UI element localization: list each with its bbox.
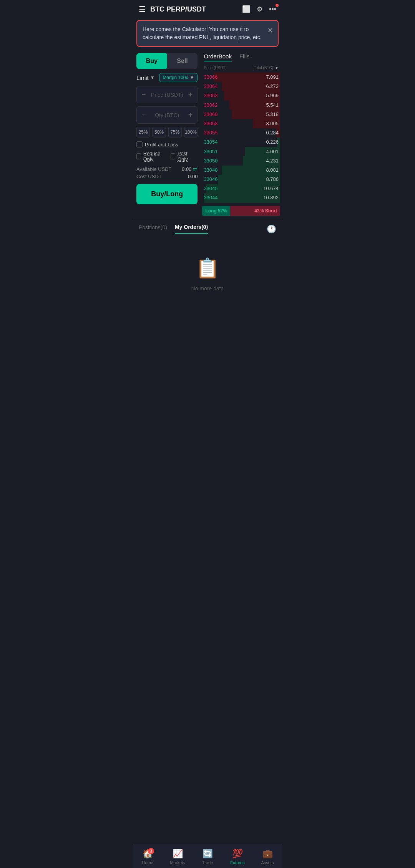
ask-price: 33066 (204, 74, 217, 81)
bid-row[interactable]: 33044 10.892 (202, 193, 280, 202)
long-percentage: Long 57% (202, 206, 230, 216)
ask-price: 33055 (204, 129, 217, 136)
post-only-group: Post Only (171, 151, 192, 162)
bid-price: 33045 (204, 185, 217, 192)
ask-price: 33058 (204, 120, 217, 127)
margin-chevron-icon: ▼ (190, 75, 194, 80)
ask-row[interactable]: 33066 7.091 (202, 73, 280, 82)
tab-fills[interactable]: Fills (239, 53, 250, 61)
bid-row[interactable]: 33051 4.001 (202, 147, 280, 156)
cost-value: 0.00 (188, 174, 198, 179)
bid-price: 33054 (204, 139, 217, 146)
bid-total: 8.081 (266, 167, 279, 174)
reduce-only-group: Reduce Only (136, 151, 163, 162)
banner-text: Here comes the Calculator! You can use i… (143, 26, 262, 40)
header: ☰ BTC PERP/USDT ⬜ ⚙ ••• (133, 0, 282, 18)
empty-text: No more data (191, 285, 224, 292)
orderbook-header: Price (USDT) Total (BTC) ▼ (202, 65, 280, 71)
order-type-label: Limit (136, 75, 149, 81)
pct-50-button[interactable]: 50% (152, 127, 166, 137)
tab-my-orders[interactable]: My Orders(0) (175, 224, 208, 234)
ask-row[interactable]: 33058 3.005 (202, 119, 280, 128)
bid-total: 4.001 (266, 148, 279, 155)
bid-total: 4.231 (266, 157, 279, 164)
bid-row[interactable]: 33050 4.231 (202, 156, 280, 166)
ask-row[interactable]: 33060 5.318 (202, 110, 280, 119)
qty-input-label[interactable]: Qty (BTC) (148, 112, 187, 118)
bid-row[interactable]: 33045 10.674 (202, 184, 280, 193)
banner-close-button[interactable]: ✕ (267, 25, 273, 36)
bid-total: 10.674 (263, 185, 279, 192)
asks-list: 33066 7.091 33064 6.272 33063 5.969 3306… (202, 73, 280, 137)
qty-decrease-button[interactable]: − (140, 111, 148, 119)
percentage-row: 25% 50% 75% 100% (136, 127, 198, 137)
menu-icon[interactable]: ☰ (139, 5, 146, 14)
buy-long-button[interactable]: Buy/Long (136, 184, 198, 204)
post-only-checkbox[interactable] (171, 153, 175, 159)
options-row: Reduce Only Post Only (136, 151, 198, 162)
reduce-only-label[interactable]: Reduce Only (143, 151, 163, 162)
ask-row[interactable]: 33062 5.541 (202, 101, 280, 110)
margin-label: Margin 100x (163, 75, 188, 80)
bids-list: 33054 0.226 33051 4.001 33050 4.231 3304… (202, 137, 280, 202)
empty-document-icon: 📋 (196, 257, 219, 279)
ask-row[interactable]: 33063 5.969 (202, 91, 280, 100)
ask-price: 33062 (204, 102, 217, 109)
tab-orderbook[interactable]: OrderBook (204, 53, 232, 61)
profit-loss-row: Profit and Loss (136, 141, 198, 147)
ask-row[interactable]: 33055 0.284 (202, 128, 280, 137)
order-type-chevron-icon: ▼ (150, 75, 155, 80)
pct-75-button[interactable]: 75% (168, 127, 182, 137)
price-input-group: − Price (USDT) + (136, 86, 198, 103)
header-actions: ⬜ ⚙ ••• (242, 5, 276, 13)
ask-total: 3.005 (266, 120, 279, 127)
price-decrease-button[interactable]: − (140, 90, 148, 99)
order-form-panel: Buy Sell Limit ▼ Margin 100x ▼ − Price (… (133, 50, 201, 219)
pct-100-button[interactable]: 100% (184, 127, 198, 137)
more-options-icon[interactable]: ••• (269, 5, 276, 13)
bid-price: 33044 (204, 194, 217, 201)
pct-25-button[interactable]: 25% (136, 127, 150, 137)
order-type-row: Limit ▼ Margin 100x ▼ (136, 73, 198, 82)
bid-price: 33046 (204, 176, 217, 183)
price-header: Price (USDT) (204, 65, 226, 70)
bid-row[interactable]: 33048 8.081 (202, 166, 280, 175)
empty-state: 📋 No more data (133, 234, 282, 315)
qty-increase-button[interactable]: + (187, 111, 194, 119)
ask-total: 7.091 (266, 74, 279, 81)
page-title: BTC PERP/USDT (150, 5, 237, 13)
bid-row[interactable]: 33054 0.226 (202, 137, 280, 147)
ask-total: 5.969 (266, 92, 279, 99)
profit-loss-label[interactable]: Profit and Loss (145, 142, 178, 147)
margin-select[interactable]: Margin 100x ▼ (159, 73, 198, 82)
calculator-banner: Here comes the Calculator! You can use i… (136, 20, 279, 47)
transfer-icon[interactable]: ⇄ (193, 166, 198, 172)
price-increase-button[interactable]: + (187, 90, 194, 99)
bottom-tabs: Positions(0) My Orders(0) 🕐 (133, 219, 282, 234)
ask-price: 33063 (204, 92, 217, 99)
ask-total: 0.284 (266, 129, 279, 136)
available-row: Available USDT 0.00 ⇄ (136, 166, 198, 172)
available-value: 0.00 (182, 166, 191, 172)
post-only-label[interactable]: Post Only (178, 151, 192, 162)
history-icon[interactable]: 🕐 (267, 224, 276, 234)
available-label: Available USDT (136, 166, 172, 172)
buy-tab[interactable]: Buy (136, 53, 167, 69)
total-sort-icon[interactable]: ▼ (275, 66, 279, 70)
screen-icon[interactable]: ⬜ (242, 5, 251, 13)
profit-loss-checkbox[interactable] (136, 141, 143, 147)
cost-row: Cost USDT 0.00 (136, 174, 198, 179)
cost-label: Cost USDT (136, 174, 162, 179)
buy-sell-tabs: Buy Sell (136, 53, 198, 69)
tab-positions[interactable]: Positions(0) (139, 224, 167, 234)
total-header: Total (BTC) (254, 65, 274, 70)
ask-total: 5.318 (266, 111, 279, 118)
price-input-label[interactable]: Price (USDT) (148, 92, 187, 98)
ask-row[interactable]: 33064 6.272 (202, 82, 280, 91)
ask-total: 6.272 (266, 83, 279, 90)
sell-tab[interactable]: Sell (167, 53, 198, 69)
order-type-select[interactable]: Limit ▼ (136, 75, 155, 81)
reduce-only-checkbox[interactable] (136, 153, 141, 159)
chart-settings-icon[interactable]: ⚙ (257, 5, 263, 13)
bid-row[interactable]: 33046 8.786 (202, 175, 280, 184)
